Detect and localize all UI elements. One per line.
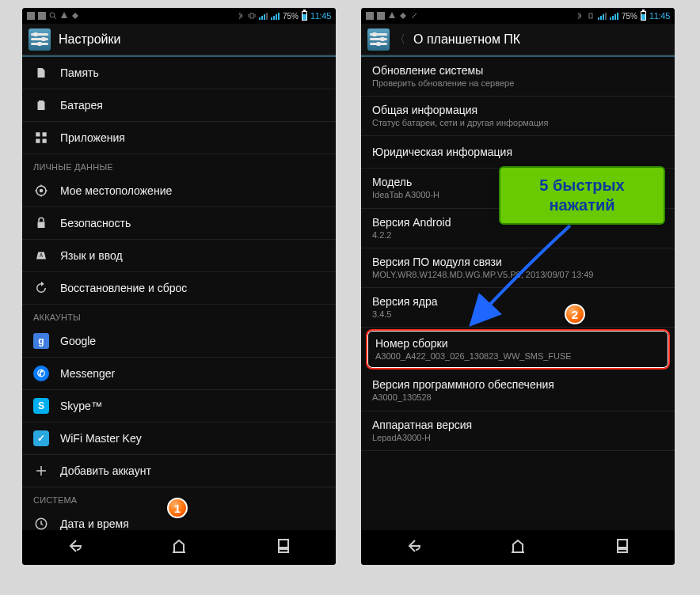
svg-rect-1 [38,12,46,20]
nav-back-button[interactable] [388,532,439,563]
row-memory[interactable]: Память [22,57,336,89]
row-title: Версия ядра [372,295,664,308]
nav-recent-button[interactable] [597,532,648,563]
clock: 11:45 [649,11,670,21]
row-subtitle: A3000_130528 [372,392,664,403]
row-title: Версия ПО модуля связи [372,256,664,268]
apps-icon [33,130,49,146]
header: 〈 О планшетном ПК [361,24,675,55]
row-title: Обновление системы [372,64,664,77]
row-kernel-version[interactable]: Версия ядра 3.4.5 [361,288,675,328]
status-icon [410,12,418,20]
battery-icon [33,97,49,113]
signal-icon [259,13,268,20]
row-status[interactable]: Общая информация Статус батареи, сети и … [361,97,675,136]
row-software-version[interactable]: Версия программного обеспечения A3000_13… [361,371,675,411]
row-label: Добавить аккаунт [60,464,325,477]
status-icon [60,12,68,20]
svg-rect-7 [36,132,40,136]
row-label: Мое местоположение [60,184,325,197]
row-label: Язык и ввод [60,249,325,262]
row-title: Аппаратная версия [372,419,664,431]
annotation-callout: 5 быстрых нажатий [499,166,665,225]
nav-home-button[interactable] [493,532,543,563]
annotation-badge-2: 2 [565,304,585,324]
row-account-skype[interactable]: S Skype™ [22,390,336,423]
skype-icon: S [33,398,49,414]
row-legal[interactable]: Юридическая информация [361,136,675,169]
svg-point-11 [40,189,44,193]
row-label: Приложения [60,131,325,144]
status-bar: 75% 11:45 [22,8,336,24]
row-title: Юридическая информация [372,146,664,158]
svg-rect-22 [366,12,374,20]
row-build-number[interactable]: Номер сборки A3000_A422_003_026_130823_W… [366,329,670,370]
svg-rect-25 [618,540,627,548]
settings-app-icon[interactable] [367,28,390,51]
status-bar-left-icons [366,12,418,20]
section-personal: ЛИЧНЫЕ ДАННЫЕ [22,154,336,175]
row-label: Батарея [60,99,325,112]
row-baseband-version[interactable]: Версия ПО модуля связи MOLY.WR8.W1248.MD… [361,248,675,288]
location-icon [33,183,49,199]
row-title: Общая информация [372,104,664,116]
svg-rect-21 [279,549,288,552]
about-content: Обновление системы Проверить обновление … [361,55,675,530]
row-add-account[interactable]: Добавить аккаунт [22,455,336,487]
vibrate-icon [248,12,256,20]
section-accounts: АККАУНТЫ [22,305,336,325]
row-subtitle: LepadA3000-H [372,433,664,443]
svg-rect-13 [38,222,45,229]
status-icon [366,12,374,20]
restore-icon [33,280,49,296]
row-hardware-version[interactable]: Аппаратная версия LepadA3000-H [361,411,675,451]
settings-content: Память Батарея Приложения ЛИЧНЫЕ ДАННЫЕ … [22,55,336,530]
svg-rect-4 [250,13,253,18]
battery-pct: 75% [622,12,637,21]
svg-rect-23 [377,12,385,20]
plus-icon [33,463,49,479]
row-subtitle: Проверить обновление на сервере [372,78,664,89]
svg-rect-24 [589,13,592,18]
row-battery[interactable]: Батарея [22,89,336,122]
header: Настройки [22,24,336,55]
signal-icon [271,13,280,20]
row-label: Google [60,335,325,347]
row-location[interactable]: Мое местоположение [22,175,336,207]
row-backup-reset[interactable]: Восстановление и сброс [22,272,336,305]
svg-rect-26 [618,549,627,552]
row-label: Дата и время [60,517,325,530]
status-icon [71,12,79,20]
nav-home-button[interactable] [154,532,204,563]
messenger-icon: ✆ [33,366,49,381]
status-bar: 75% 11:45 [361,8,675,24]
row-label: Безопасность [60,217,325,229]
nav-back-button[interactable] [49,532,100,563]
status-bar-right: 75% 11:45 [237,11,331,21]
row-account-google[interactable]: g Google [22,325,336,358]
bluetooth-icon [576,12,584,20]
row-label: Skype™ [60,400,325,412]
row-apps[interactable]: Приложения [22,122,336,154]
row-system-update[interactable]: Обновление системы Проверить обновление … [361,57,675,97]
row-subtitle: A3000_A422_003_026_130823_WW_SMS_FUSE [375,351,660,362]
callout-text: 5 быстрых нажатий [539,176,624,214]
svg-rect-9 [36,139,40,143]
lock-icon [33,215,49,231]
status-icon [399,12,407,20]
row-subtitle: 4.2.2 [372,230,664,241]
row-security[interactable]: Безопасность [22,207,336,240]
svg-line-3 [54,17,56,19]
phone-settings: 75% 11:45 Настройки Память Батарея Прило… [22,8,336,565]
navigation-bar [22,530,336,565]
row-account-wifikey[interactable]: ✓ WiFi Master Key [22,423,336,455]
row-label: Восстановление и сброс [60,282,325,294]
bluetooth-icon [237,12,245,20]
settings-app-icon[interactable] [29,28,51,51]
row-account-messenger[interactable]: ✆ Messenger [22,358,336,390]
status-icon [38,12,46,20]
header-title: Настройки [59,32,120,47]
nav-recent-button[interactable] [258,532,309,563]
svg-text:A: A [40,252,44,258]
row-language[interactable]: A Язык и ввод [22,240,336,272]
